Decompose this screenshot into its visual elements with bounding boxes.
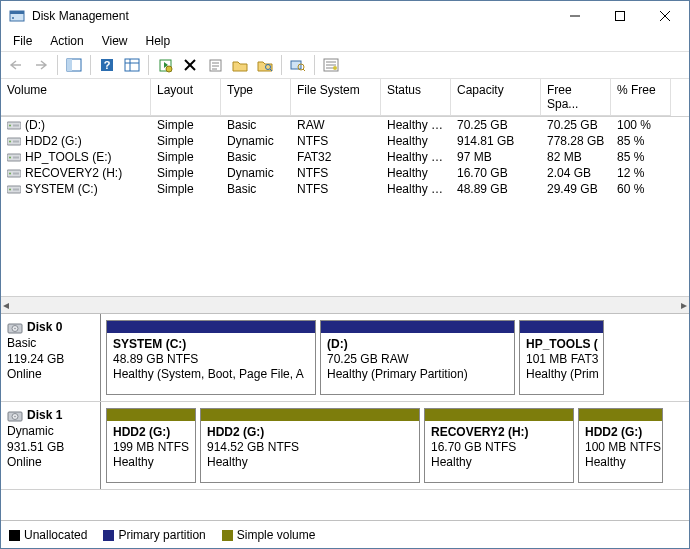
drive-icon [7, 136, 21, 147]
partition-stripe [321, 321, 514, 333]
partition-title: HDD2 (G:) [585, 425, 642, 439]
volume-status: Healthy [381, 165, 451, 181]
disk-type: Dynamic [7, 424, 94, 440]
volume-list: Volume Layout Type File System Status Ca… [1, 79, 689, 313]
disk-label[interactable]: Disk 0Basic119.24 GBOnline [1, 314, 101, 401]
disk-name: Disk 1 [27, 408, 62, 422]
horizontal-scrollbar[interactable]: ◂▸ [1, 296, 689, 313]
delete-button[interactable] [179, 54, 201, 76]
disk-state: Online [7, 455, 94, 471]
volume-type: Dynamic [221, 165, 291, 181]
disk-label[interactable]: Disk 1Dynamic931.51 GBOnline [1, 402, 101, 489]
col-status[interactable]: Status [381, 79, 451, 116]
minimize-button[interactable] [552, 2, 597, 31]
partition-title: HDD2 (G:) [207, 425, 264, 439]
col-volume[interactable]: Volume [1, 79, 151, 116]
col-type[interactable]: Type [221, 79, 291, 116]
volume-capacity: 48.89 GB [451, 181, 541, 197]
volume-pct: 85 % [611, 133, 671, 149]
partition[interactable]: HP_TOOLS (101 MB FAT3Healthy (Prim [519, 320, 604, 395]
col-pct[interactable]: % Free [611, 79, 671, 116]
volume-layout: Simple [151, 181, 221, 197]
disk-icon [7, 320, 23, 336]
menu-file[interactable]: File [5, 32, 40, 50]
settings-button[interactable] [121, 54, 143, 76]
partition-title: (D:) [327, 337, 348, 351]
volume-row[interactable]: SYSTEM (C:)SimpleBasicNTFSHealthy (S...4… [1, 181, 689, 197]
col-layout[interactable]: Layout [151, 79, 221, 116]
maximize-button[interactable] [597, 2, 642, 31]
partition[interactable]: HDD2 (G:)914.52 GB NTFSHealthy [200, 408, 420, 483]
partition-status: Healthy [585, 455, 626, 469]
open-folder-button[interactable] [229, 54, 251, 76]
volume-layout: Simple [151, 133, 221, 149]
svg-rect-37 [13, 140, 19, 142]
partition-title: RECOVERY2 (H:) [431, 425, 529, 439]
legend-primary: Primary partition [118, 528, 205, 542]
volume-capacity: 16.70 GB [451, 165, 541, 181]
menu-help[interactable]: Help [138, 32, 179, 50]
volume-fs: NTFS [291, 181, 381, 197]
partition-size: 199 MB NTFS [113, 440, 189, 454]
partition[interactable]: RECOVERY2 (H:)16.70 GB NTFSHealthy [424, 408, 574, 483]
col-free[interactable]: Free Spa... [541, 79, 611, 116]
svg-rect-46 [13, 188, 19, 190]
properties-button[interactable] [204, 54, 226, 76]
legend-unallocated: Unallocated [24, 528, 87, 542]
close-button[interactable] [642, 2, 687, 31]
partition[interactable]: HDD2 (G:)199 MB NTFSHealthy [106, 408, 196, 483]
show-hide-console-tree-button[interactable] [63, 54, 85, 76]
partition[interactable]: SYSTEM (C:)48.89 GB NTFSHealthy (System,… [106, 320, 316, 395]
svg-point-33 [9, 124, 11, 126]
svg-rect-4 [615, 12, 624, 21]
svg-point-31 [333, 66, 337, 70]
svg-point-45 [9, 188, 11, 190]
volume-status: Healthy (P... [381, 117, 451, 133]
partition[interactable]: (D:)70.25 GB RAWHealthy (Primary Partiti… [320, 320, 515, 395]
explore-button[interactable] [254, 54, 276, 76]
refresh-button[interactable] [154, 54, 176, 76]
disk-icon [7, 408, 23, 424]
svg-rect-8 [67, 59, 72, 71]
col-capacity[interactable]: Capacity [451, 79, 541, 116]
volume-layout: Simple [151, 117, 221, 133]
volume-capacity: 914.81 GB [451, 133, 541, 149]
rescan-button[interactable] [287, 54, 309, 76]
partition-title: HP_TOOLS ( [526, 337, 598, 351]
volume-row[interactable]: HP_TOOLS (E:)SimpleBasicFAT32Healthy (P.… [1, 149, 689, 165]
toolbar: ? [1, 51, 689, 79]
svg-rect-34 [13, 124, 19, 126]
partition-title: HDD2 (G:) [113, 425, 170, 439]
menu-action[interactable]: Action [42, 32, 91, 50]
list-button[interactable] [320, 54, 342, 76]
volume-row[interactable]: HDD2 (G:)SimpleDynamicNTFSHealthy914.81 … [1, 133, 689, 149]
menu-view[interactable]: View [94, 32, 136, 50]
partition-status: Healthy [431, 455, 472, 469]
volume-free: 778.28 GB [541, 133, 611, 149]
volume-capacity: 70.25 GB [451, 117, 541, 133]
drive-icon [7, 152, 21, 163]
partition-stripe [107, 409, 195, 421]
help-button[interactable]: ? [96, 54, 118, 76]
partition-size: 914.52 GB NTFS [207, 440, 299, 454]
partition-size: 48.89 GB NTFS [113, 352, 198, 366]
volume-type: Basic [221, 181, 291, 197]
disk-state: Online [7, 367, 94, 383]
volume-status: Healthy (S... [381, 181, 451, 197]
volume-row[interactable]: RECOVERY2 (H:)SimpleDynamicNTFSHealthy16… [1, 165, 689, 181]
drive-icon [7, 184, 21, 195]
partition-stripe [107, 321, 315, 333]
svg-rect-40 [13, 156, 19, 158]
volume-pct: 60 % [611, 181, 671, 197]
back-button[interactable] [5, 54, 27, 76]
volume-row[interactable]: (D:)SimpleBasicRAWHealthy (P...70.25 GB7… [1, 117, 689, 133]
legend-swatch-primary [103, 530, 114, 541]
col-fs[interactable]: File System [291, 79, 381, 116]
partition-stripe [579, 409, 662, 421]
svg-rect-43 [13, 172, 19, 174]
partition-status: Healthy (Prim [526, 367, 599, 381]
partition[interactable]: HDD2 (G:)100 MB NTFSHealthy [578, 408, 663, 483]
svg-point-15 [166, 66, 172, 72]
forward-button[interactable] [30, 54, 52, 76]
partition-stripe [520, 321, 603, 333]
